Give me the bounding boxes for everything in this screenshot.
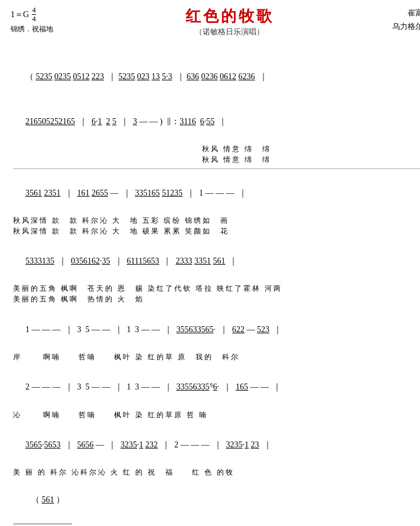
key-text: 1＝G bbox=[11, 8, 29, 21]
score-line-4: 5333135 ｜ 0356162·35 ｜ 61115653 ｜ 2333 3… bbox=[25, 256, 237, 265]
score-row-5: 1 — — — ｜ 3 5 — — ｜ 1 3 — — ｜ 355633565·… bbox=[13, 307, 420, 352]
header-center: 红色的牧歌 （诺敏格日乐演唱） bbox=[82, 6, 377, 37]
score-line-1: （ 5235 0235 0512 223 ｜ 5235 023 13 5·3 ｜… bbox=[25, 72, 268, 81]
lyrics-row-2a: 秋风 情意 绵 绵 bbox=[13, 144, 420, 154]
score-line-6: 2 — — — ｜ 3 5 — — ｜ 1 3 — — ｜ 33556335⁵6… bbox=[25, 382, 281, 391]
header-right: 崔富词 乌力格尔曲 bbox=[377, 6, 420, 34]
score-line-2: 216505252165 ｜ 6·1 2 5 ｜ 3 — — ) ‖：3116 … bbox=[25, 117, 227, 126]
composer: 乌力格尔曲 bbox=[377, 20, 420, 33]
time-bottom: 4 bbox=[32, 14, 36, 23]
key-signature: 1＝G 4 4 bbox=[11, 6, 82, 24]
page-container: 1＝G 4 4 锦绣．祝福地 红色的牧歌 （诺敏格日乐演唱） 崔富词 乌力格尔曲… bbox=[11, 6, 420, 526]
score-row-6: 2 — — — ｜ 3 5 — — ｜ 1 3 — — ｜ 33556335⁵6… bbox=[13, 365, 420, 410]
score-line-3: 3561 2351 ｜ 161 2655 — ｜ 335165 51235 ｜ … bbox=[25, 189, 247, 197]
lyrics-row-2b: 秋风 情意 绵 绵 bbox=[13, 154, 420, 165]
lyrics-row-5: 岸 啊喃 哲喃 枫叶 染 红的草 原 我的 科尔 bbox=[13, 352, 420, 362]
divider-1 bbox=[13, 168, 420, 169]
time-top: 4 bbox=[32, 6, 36, 14]
lyrics-row-7: 美 丽 的 科尔 沁科尔沁 火 红 的 祝 福 红 色 的牧 bbox=[13, 467, 420, 478]
main-content: （ 5235 0235 0512 223 ｜ 5235 023 13 5·3 ｜… bbox=[11, 40, 420, 526]
score-line-7: 3565·5653 ｜ 5656 — ｜ 3235·1 232 ｜ 2 — — … bbox=[25, 440, 272, 449]
lyrics-row-4a: 美丽的五角 枫啊 苍天的 恩 赐 染红了代钦 塔拉 映红了霍林 河两 bbox=[13, 283, 420, 294]
bracket-line bbox=[13, 524, 72, 524]
lyrics-row-6: 沁 啊喃 哲喃 枫叶 染 红的草原 哲 喃 bbox=[13, 410, 420, 420]
score-row-1: （ 5235 0235 0512 223 ｜ 5235 023 13 5·3 ｜… bbox=[13, 40, 420, 99]
header-left: 1＝G 4 4 锦绣．祝福地 bbox=[11, 6, 82, 35]
score-row-2: 216505252165 ｜ 6·1 2 5 ｜ 3 — — ) ‖：3116 … bbox=[13, 99, 420, 144]
header: 1＝G 4 4 锦绣．祝福地 红色的牧歌 （诺敏格日乐演唱） 崔富词 乌力格尔曲 bbox=[11, 6, 420, 37]
score-row-7b: （ 561 ） bbox=[13, 478, 420, 522]
author: 崔富词 bbox=[377, 6, 420, 20]
subtitle: （诺敏格日乐演唱） bbox=[82, 27, 377, 37]
lyrics-row-3b: 秋风深情 款 款 科尔沁 大 地 硕果 累累 笑颜如 花 bbox=[13, 226, 420, 236]
origin-label: 锦绣．祝福地 bbox=[11, 24, 82, 35]
score-row-4: 5333135 ｜ 0356162·35 ｜ 61115653 ｜ 2333 3… bbox=[13, 239, 420, 284]
score-row-7: 3565·5653 ｜ 5656 — ｜ 3235·1 232 ｜ 2 — — … bbox=[13, 423, 420, 467]
main-title: 红色的牧歌 bbox=[82, 6, 377, 27]
lyrics-row-3a: 秋风深情 款 款 科尔沁 大 地 五彩 缤纷 锦绣如 画 bbox=[13, 215, 420, 226]
score-line-5: 1 — — — ｜ 3 5 — — ｜ 1 3 — — ｜ 355633565·… bbox=[25, 325, 282, 334]
score-row-3: 3561 2351 ｜ 161 2655 — ｜ 335165 51235 ｜ … bbox=[13, 170, 420, 215]
lyrics-row-4b: 美丽的五角 枫啊 热情的 火 焰 bbox=[13, 294, 420, 304]
